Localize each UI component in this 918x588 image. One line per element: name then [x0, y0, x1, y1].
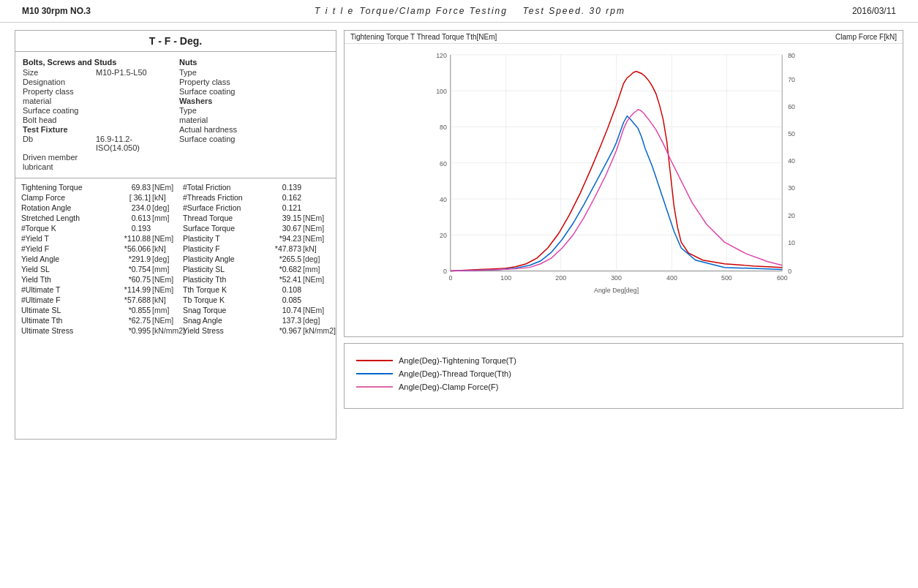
measurement-row: #Yield T *110.88 [NEm] Plasticity T *94.… — [21, 234, 330, 243]
nut-type: Type — [179, 68, 328, 77]
nut-property-label: Property class — [179, 78, 252, 86]
meas-label: #Torque K — [21, 224, 109, 233]
meas-value2: 0.162 — [265, 193, 301, 202]
chart-title-bar: Tightening Torque T Thread Torque Tth[NE… — [345, 31, 903, 44]
svg-text:80: 80 — [440, 124, 447, 131]
db-label: Db — [23, 135, 96, 152]
right-panel: Tightening Torque T Thread Torque Tth[NE… — [344, 30, 903, 440]
meas-value2: 137.3 — [265, 316, 301, 325]
meas-value: *62.75 — [110, 316, 151, 325]
meas-unit: [kN] — [152, 193, 180, 202]
title-main: Torque/Clamp Force Testing — [359, 6, 508, 16]
meas-label: Ultimate SL — [21, 306, 109, 314]
designation-label: Designation — [23, 78, 96, 86]
meas-unit: [deg] — [152, 255, 180, 263]
meas-label2: Tth Torque K — [183, 285, 263, 294]
washer-hardness: Actual hardness — [179, 125, 328, 134]
meas-unit2: [kN/mm2] — [303, 326, 332, 335]
svg-text:500: 500 — [721, 274, 732, 282]
meas-value2: 0.139 — [265, 183, 301, 192]
spec-driven: Driven member — [23, 153, 172, 162]
meas-value: *114.99 — [110, 285, 151, 294]
spec-fixture: Test Fixture — [23, 125, 172, 134]
svg-text:60: 60 — [440, 160, 447, 167]
legend-line-red — [356, 360, 393, 361]
meas-label2: Snag Torque — [183, 306, 263, 314]
meas-value: *56.066 — [110, 244, 151, 253]
measurement-row: Rotation Angle 234.0 [deg] #Surface Fric… — [21, 203, 330, 212]
meas-value2: *0.682 — [265, 265, 301, 274]
meas-label2: #Threads Friction — [183, 193, 263, 202]
legend-label-clamp: Angle(Deg)-Clamp Force(F) — [399, 382, 498, 391]
meas-value: *0.855 — [110, 306, 151, 314]
meas-unit: [NEm] — [152, 275, 180, 284]
meas-unit: [mm] — [152, 265, 180, 274]
spec-material: material — [23, 97, 172, 105]
meas-unit2: [deg] — [303, 316, 332, 325]
svg-text:80: 80 — [788, 52, 795, 59]
legend-item-tightening: Angle(Deg)-Tightening Torque(T) — [356, 356, 891, 365]
nut-surface: Surface coating — [179, 87, 328, 96]
meas-value2: 10.74 — [265, 306, 301, 314]
svg-text:60: 60 — [788, 103, 795, 110]
svg-text:600: 600 — [777, 274, 788, 282]
header-center: T i t l e Torque/Clamp Force Testing Tes… — [315, 6, 628, 16]
meas-value: 69.83 — [110, 183, 151, 192]
meas-label2: Snag Angle — [183, 316, 263, 325]
meas-unit: [NEm] — [152, 183, 180, 192]
svg-text:0: 0 — [788, 268, 791, 276]
legend-line-blue — [356, 373, 393, 374]
header-date: 2016/03/11 — [852, 6, 896, 16]
meas-label2: #Surface Friction — [183, 203, 263, 212]
spec-bolthead: Bolt head — [23, 116, 172, 124]
svg-text:0: 0 — [448, 274, 452, 282]
measurement-row: Stretched Length 0.613 [mm] Thread Torqu… — [21, 214, 330, 222]
meas-label2: #Total Friction — [183, 183, 263, 192]
measurement-row: Yield SL *0.754 [mm] Plasticity SL *0.68… — [21, 265, 330, 274]
washers-label: Washers — [179, 97, 252, 105]
meas-value2: *52.41 — [265, 275, 301, 284]
meas-label: Stretched Length — [21, 214, 109, 222]
legend-item-clamp: Angle(Deg)-Clamp Force(F) — [356, 382, 891, 391]
chart-area: 0 20 40 60 80 100 120 0 100 200 300 400 … — [345, 44, 903, 322]
test-speed: Test Speed. 30 rpm — [523, 6, 625, 16]
meas-unit: [kN/mm2] — [152, 326, 180, 335]
meas-unit: [mm] — [152, 306, 180, 314]
svg-text:100: 100 — [500, 274, 511, 282]
meas-label: Clamp Force — [21, 193, 109, 202]
nuts-col: Nuts Type Property class Surface coating… — [179, 58, 328, 172]
meas-unit2: [NEm] — [303, 214, 332, 222]
lubricant-label: lubricant — [23, 162, 96, 171]
spec-size: Size M10-P1.5-L50 — [23, 68, 172, 77]
meas-label2: Plasticity F — [183, 244, 263, 253]
svg-text:100: 100 — [436, 88, 447, 95]
material-label: material — [23, 97, 96, 105]
spec-property: Property class — [23, 87, 172, 96]
measurement-row: Ultimate Stress *0.995 [kN/mm2] Yield St… — [21, 326, 330, 335]
legend-item-thread: Angle(Deg)-Thread Torque(Tth) — [356, 369, 891, 378]
svg-text:20: 20 — [788, 212, 795, 219]
washer-surface: Surface coating — [179, 135, 328, 143]
washer-surface-label: Surface coating — [179, 135, 252, 143]
meas-label: #Ultimate F — [21, 295, 109, 304]
meas-unit: [NEm] — [152, 234, 180, 243]
svg-text:400: 400 — [666, 274, 677, 282]
meas-label2: Plasticity SL — [183, 265, 263, 274]
meas-unit: [deg] — [152, 203, 180, 212]
meas-value: 234.0 — [110, 203, 151, 212]
bolts-title: Bolts, Screws and Studs — [23, 58, 172, 67]
meas-unit: [NEm] — [152, 316, 180, 325]
meas-unit2: [kN] — [303, 244, 332, 253]
meas-label: Yield Tth — [21, 275, 109, 284]
page: M10 30rpm NO.3 T i t l e Torque/Clamp Fo… — [0, 0, 918, 588]
svg-text:70: 70 — [788, 76, 795, 83]
size-value: M10-P1.5-L50 — [96, 68, 147, 77]
bolthead-label: Bolt head — [23, 116, 96, 124]
header-bar: M10 30rpm NO.3 T i t l e Torque/Clamp Fo… — [0, 0, 918, 23]
measurement-row: #Ultimate F *57.688 [kN] Tb Torque K 0.0… — [21, 295, 330, 304]
svg-text:50: 50 — [788, 130, 795, 137]
meas-value2: 0.121 — [265, 203, 301, 212]
spec-db: Db 16.9-11.2-ISO(14.050) — [23, 135, 172, 152]
measurement-row: Ultimate Tth *62.75 [NEm] Snag Angle 137… — [21, 316, 330, 325]
nut-type-label: Type — [179, 68, 252, 77]
